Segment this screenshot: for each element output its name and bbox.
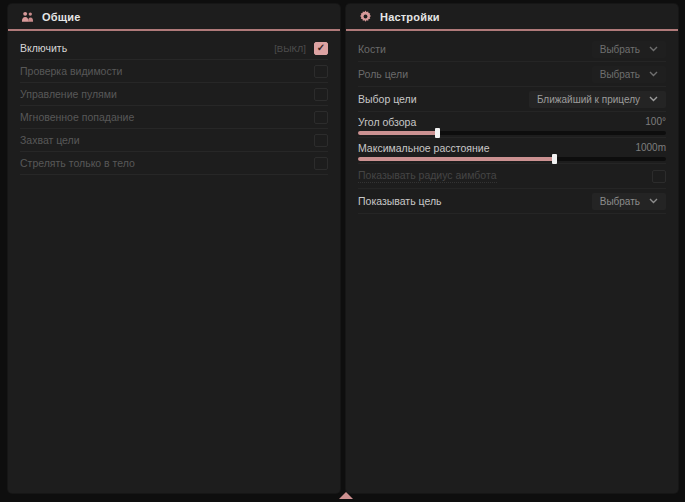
- row-instant-hit-label: Мгновенное попадание: [20, 111, 134, 123]
- row-target-select-label: Выбор цели: [358, 93, 417, 105]
- row-max-distance-label: Максимальное расстояние: [358, 142, 489, 154]
- row-enable[interactable]: Включить [ВЫКЛ] ✓: [20, 37, 328, 60]
- row-show-radius: Показывать радиус аимбота ✓: [358, 164, 666, 189]
- row-fov: Угол обзора 100°: [358, 112, 666, 138]
- row-bones: Кости Выбрать: [358, 37, 666, 62]
- general-panel-header: Общие: [8, 4, 340, 31]
- row-enable-checkbox[interactable]: ✓: [314, 42, 328, 55]
- row-enable-label: Включить: [20, 42, 67, 54]
- show-target-dropdown-value: Выбрать: [600, 196, 640, 207]
- fov-value: 100°: [645, 116, 666, 127]
- check-icon: ✓: [317, 43, 325, 53]
- row-body-only-label: Стрелять только в тело: [20, 157, 135, 169]
- target-select-dropdown-value: Ближайший к прицелу: [537, 94, 640, 105]
- bones-dropdown[interactable]: Выбрать: [592, 41, 666, 58]
- users-icon: [21, 10, 34, 23]
- row-show-target-label: Показывать цель: [358, 195, 442, 207]
- general-panel-title: Общие: [42, 11, 81, 23]
- show-radius-checkbox[interactable]: ✓: [652, 170, 666, 183]
- bones-dropdown-value: Выбрать: [600, 44, 640, 55]
- settings-panel-header: Настройки: [346, 4, 678, 31]
- row-body-only-checkbox[interactable]: ✓: [314, 157, 328, 170]
- row-enable-hotkey[interactable]: [ВЫКЛ]: [274, 43, 306, 54]
- fov-slider[interactable]: [358, 131, 666, 135]
- row-target-lock-checkbox[interactable]: ✓: [314, 134, 328, 147]
- row-visibility-check-label: Проверка видимости: [20, 65, 122, 77]
- row-target-select: Выбор цели Ближайший к прицелу: [358, 87, 666, 112]
- target-role-dropdown-value: Выбрать: [600, 69, 640, 80]
- target-role-dropdown[interactable]: Выбрать: [592, 66, 666, 83]
- row-bones-label: Кости: [358, 43, 386, 55]
- row-fov-label: Угол обзора: [358, 116, 416, 128]
- row-bullet-control[interactable]: Управление пулями ✓: [20, 83, 328, 106]
- gear-icon: [359, 10, 372, 23]
- row-target-role-label: Роль цели: [358, 68, 408, 80]
- fov-slider-handle[interactable]: [435, 128, 440, 138]
- max-distance-slider[interactable]: [358, 157, 666, 161]
- chevron-down-icon: [649, 198, 658, 204]
- settings-panel-title: Настройки: [380, 11, 440, 23]
- row-body-only[interactable]: Стрелять только в тело ✓: [20, 152, 328, 175]
- row-target-role: Роль цели Выбрать: [358, 62, 666, 87]
- row-max-distance: Максимальное расстояние 1000m: [358, 138, 666, 164]
- row-bullet-control-label: Управление пулями: [20, 88, 117, 100]
- row-show-target: Показывать цель Выбрать: [358, 189, 666, 214]
- max-distance-value: 1000m: [635, 142, 666, 153]
- row-bullet-control-checkbox[interactable]: ✓: [314, 88, 328, 101]
- max-distance-slider-handle[interactable]: [552, 154, 557, 164]
- chevron-down-icon: [649, 96, 658, 102]
- row-instant-hit-checkbox[interactable]: ✓: [314, 111, 328, 124]
- row-target-lock-label: Захват цели: [20, 134, 80, 146]
- chevron-down-icon: [649, 71, 658, 77]
- settings-panel: Настройки Кости Выбрать Роль цели Выбрат…: [346, 4, 678, 493]
- general-panel: Общие Включить [ВЫКЛ] ✓ Проверка видимос…: [8, 4, 340, 493]
- target-select-dropdown[interactable]: Ближайший к прицелу: [529, 91, 666, 108]
- row-target-lock[interactable]: Захват цели ✓: [20, 129, 328, 152]
- row-instant-hit[interactable]: Мгновенное попадание ✓: [20, 106, 328, 129]
- row-visibility-check-checkbox[interactable]: ✓: [314, 65, 328, 78]
- chevron-down-icon: [649, 46, 658, 52]
- triangle-up-icon[interactable]: [339, 492, 353, 499]
- show-target-dropdown[interactable]: Выбрать: [592, 193, 666, 210]
- row-show-radius-label: Показывать радиус аимбота: [358, 169, 497, 183]
- row-visibility-check[interactable]: Проверка видимости ✓: [20, 60, 328, 83]
